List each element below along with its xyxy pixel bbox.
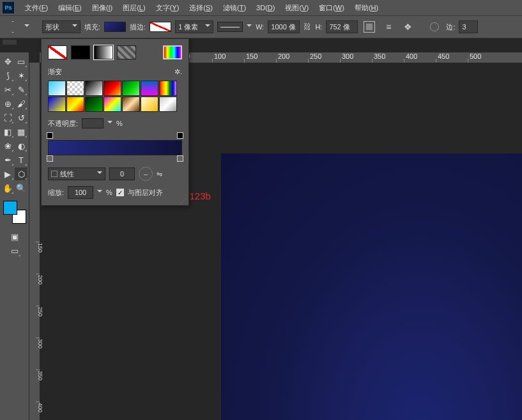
menu-edit[interactable]: 编辑(E) bbox=[54, 1, 86, 15]
opacity-label: 不透明度: bbox=[48, 119, 78, 128]
angle-dial[interactable]: – bbox=[139, 167, 153, 181]
opacity-stop-right[interactable] bbox=[177, 132, 183, 139]
heal-tool[interactable]: ⊕ bbox=[1, 97, 14, 110]
path-select-tool[interactable]: ▶ bbox=[1, 167, 14, 180]
screenmode-toggle[interactable]: ▭ bbox=[8, 244, 21, 257]
height-input[interactable] bbox=[326, 20, 358, 33]
menu-type[interactable]: 文字(Y) bbox=[151, 1, 184, 15]
quickmask-toggle[interactable]: ▣ bbox=[8, 230, 21, 243]
document-canvas[interactable]: UI·cn bbox=[221, 153, 522, 420]
fill-gradient-panel: 渐变 ✲. 不透明度: % 线性 – ⇋ bbox=[41, 38, 189, 206]
opacity-stop-left[interactable] bbox=[47, 132, 53, 139]
color-picker-button[interactable] bbox=[163, 45, 182, 59]
menu-window[interactable]: 窗口(W) bbox=[314, 1, 349, 15]
menu-view[interactable]: 视图(V) bbox=[280, 1, 313, 15]
link-icon[interactable]: ⛓ bbox=[303, 22, 311, 31]
fill-type-pattern[interactable] bbox=[117, 45, 136, 59]
gradient-preset-1[interactable] bbox=[66, 81, 84, 96]
sides-input[interactable] bbox=[459, 20, 478, 33]
gradient-preset-10[interactable] bbox=[104, 97, 121, 112]
sides-label: 边: bbox=[446, 22, 455, 32]
menu-file[interactable]: 文件(F) bbox=[20, 1, 52, 15]
zoom-tool[interactable]: 🔍 bbox=[15, 182, 27, 194]
angle-input[interactable] bbox=[109, 167, 135, 180]
menu-layer[interactable]: 图层(L) bbox=[118, 1, 150, 15]
menu-image[interactable]: 图像(I) bbox=[88, 1, 117, 15]
eraser-tool[interactable]: ◧ bbox=[1, 125, 14, 138]
gradient-style-select[interactable]: 线性 bbox=[48, 167, 105, 180]
path-arrange-icon[interactable]: ❖ bbox=[400, 19, 415, 35]
menu-filter[interactable]: 滤镜(T) bbox=[219, 1, 250, 15]
canvas-area: 0 50 100 150 200 250 300 350 400 450 500… bbox=[29, 38, 522, 420]
panel-tab[interactable] bbox=[3, 40, 17, 45]
pen-tool[interactable]: ✒ bbox=[1, 153, 14, 166]
crop-tool[interactable]: ✂ bbox=[1, 83, 14, 96]
gradient-preset-7[interactable] bbox=[48, 97, 66, 112]
scale-label: 缩放: bbox=[48, 188, 64, 198]
workspace: ✥▭ ⟆✶ ✂✎ ⊕🖌 ⛶↺ ◧▦ ❀◐ ✒T ▶⬡ ✋🔍 ▣ ▭ 0 50 1… bbox=[0, 38, 522, 420]
menu-help[interactable]: 帮助(H) bbox=[350, 1, 383, 15]
tool-preset-icon[interactable] bbox=[5, 19, 20, 35]
fill-type-gradient[interactable] bbox=[94, 45, 113, 59]
brush-tool[interactable]: 🖌 bbox=[15, 97, 27, 110]
gradient-preset-5[interactable] bbox=[141, 81, 158, 96]
path-align-icon[interactable]: ≡ bbox=[381, 19, 396, 35]
gradient-preset-13[interactable] bbox=[159, 97, 177, 112]
gradient-preset-11[interactable] bbox=[122, 97, 140, 112]
hand-tool[interactable]: ✋ bbox=[1, 182, 14, 194]
app-logo: Ps bbox=[3, 2, 14, 13]
gradient-preset-3[interactable] bbox=[104, 81, 121, 96]
chevron-down-icon[interactable] bbox=[247, 24, 252, 29]
dodge-tool[interactable]: ◐ bbox=[15, 139, 27, 152]
history-brush-tool[interactable]: ↺ bbox=[15, 111, 27, 124]
stroke-swatch[interactable] bbox=[150, 22, 171, 32]
marquee-tool[interactable]: ▭ bbox=[15, 55, 27, 68]
gradient-presets bbox=[48, 81, 182, 112]
color-stop-left[interactable] bbox=[47, 155, 53, 162]
gradient-preset-6[interactable] bbox=[159, 81, 177, 96]
fill-swatch[interactable] bbox=[104, 22, 126, 32]
shape-tool[interactable]: ⬡ bbox=[15, 167, 27, 180]
resize-grip-icon[interactable]: ⋰ bbox=[181, 197, 187, 204]
scale-input[interactable] bbox=[68, 186, 93, 199]
color-swatch[interactable] bbox=[3, 201, 26, 224]
settings-icon[interactable] bbox=[427, 19, 442, 35]
gradient-tool[interactable]: ▦ bbox=[15, 125, 27, 138]
gradient-preset-12[interactable] bbox=[141, 97, 158, 112]
gradient-preset-8[interactable] bbox=[66, 97, 84, 112]
gradient-bar[interactable] bbox=[48, 140, 182, 155]
align-checkbox[interactable]: ✓ bbox=[116, 189, 124, 196]
lasso-tool[interactable]: ⟆ bbox=[1, 69, 14, 82]
scale-unit: % bbox=[106, 189, 112, 196]
toolbox: ✥▭ ⟆✶ ✂✎ ⊕🖌 ⛶↺ ◧▦ ❀◐ ✒T ▶⬡ ✋🔍 ▣ ▭ bbox=[0, 52, 29, 420]
fill-type-solid[interactable] bbox=[71, 45, 90, 59]
stroke-width-input[interactable]: 1 像素 bbox=[175, 20, 213, 33]
shape-mode-select[interactable]: 形状 bbox=[42, 20, 81, 33]
path-combine-icon[interactable] bbox=[362, 19, 377, 35]
color-stop-right[interactable] bbox=[177, 155, 183, 162]
fill-type-none[interactable] bbox=[48, 45, 67, 59]
height-label: H: bbox=[315, 23, 322, 31]
menu-bar: Ps 文件(F) 编辑(E) 图像(I) 图层(L) 文字(Y) 选择(S) 滤… bbox=[0, 0, 522, 15]
gradient-preset-2[interactable] bbox=[85, 81, 103, 96]
opacity-input[interactable] bbox=[82, 118, 104, 128]
gear-icon[interactable]: ✲. bbox=[174, 68, 182, 76]
width-input[interactable] bbox=[268, 20, 300, 33]
eyedropper-tool[interactable]: ✎ bbox=[15, 83, 27, 96]
move-tool[interactable]: ✥ bbox=[1, 55, 14, 68]
gradient-editor[interactable] bbox=[48, 132, 182, 162]
menu-3d[interactable]: 3D(D) bbox=[252, 2, 279, 13]
chevron-down-icon[interactable] bbox=[24, 24, 29, 29]
blur-tool[interactable]: ❀ bbox=[1, 139, 14, 152]
foreground-color[interactable] bbox=[3, 201, 17, 215]
align-label: 与图层对齐 bbox=[128, 188, 163, 198]
reverse-icon[interactable]: ⇋ bbox=[157, 170, 162, 178]
stamp-tool[interactable]: ⛶ bbox=[1, 111, 14, 124]
stroke-style-select[interactable] bbox=[217, 22, 243, 32]
type-tool[interactable]: T bbox=[15, 153, 27, 166]
menu-select[interactable]: 选择(S) bbox=[185, 1, 217, 15]
quick-select-tool[interactable]: ✶ bbox=[15, 69, 27, 82]
gradient-preset-0[interactable] bbox=[48, 81, 66, 96]
gradient-preset-9[interactable] bbox=[85, 97, 103, 112]
gradient-preset-4[interactable] bbox=[122, 81, 140, 96]
